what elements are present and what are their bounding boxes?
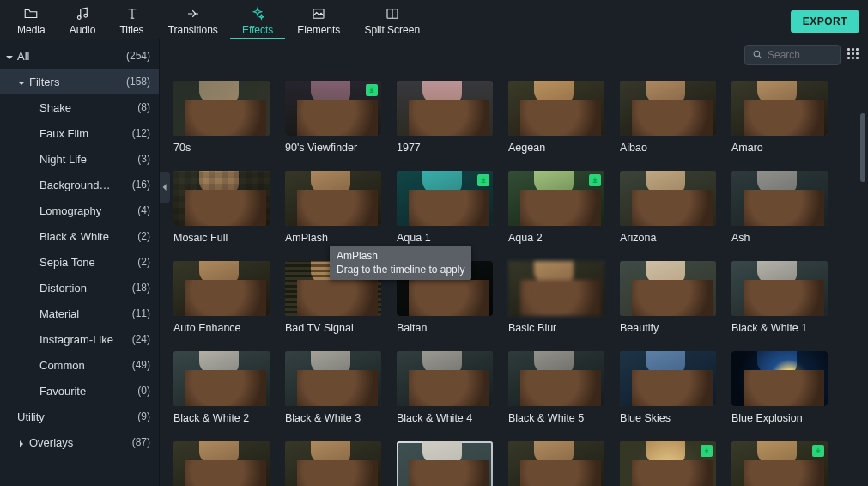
sidebar-item-black-white[interactable]: Black & White(2) — [0, 223, 159, 249]
sidebar-item-background[interactable]: Background…(16) — [0, 172, 159, 197]
effect-thumbnail — [173, 261, 270, 316]
sidebar-item-count: (16) — [132, 179, 150, 191]
effects-grid: 70s90's Viewfinder1977AegeanAibaoAmaroMo… — [173, 81, 859, 486]
sidebar-item-label: Lomography — [39, 204, 101, 217]
effect-thumbnail — [397, 441, 493, 486]
effect-title: Basic Blur — [508, 322, 604, 334]
download-icon — [701, 445, 713, 457]
scrollbar-thumb[interactable] — [860, 113, 865, 182]
effect-card[interactable]: Auto Enhance — [173, 261, 270, 334]
effect-title: Baltan — [397, 322, 493, 334]
effect-card[interactable]: AmPlash — [285, 171, 381, 244]
effect-card[interactable]: Black & White 3 — [285, 351, 381, 424]
category-sidebar[interactable]: All(254)Filters(158)Shake(8)Faux Film(12… — [0, 39, 160, 486]
effect-title: AmPlash — [285, 232, 381, 244]
effect-thumbnail — [508, 171, 604, 226]
export-button[interactable]: EXPORT — [791, 10, 859, 33]
effect-card[interactable]: Blue Explosion — [731, 351, 828, 424]
effect-card[interactable]: 1977 — [397, 81, 493, 154]
svg-point-4 — [754, 51, 760, 56]
effect-title: Black & White 3 — [285, 412, 381, 424]
effect-card[interactable] — [508, 441, 604, 486]
effect-card[interactable] — [620, 441, 716, 486]
effect-thumbnail — [397, 81, 493, 136]
sidebar-item-night-life[interactable]: Night Life(3) — [0, 146, 159, 172]
tab-transitions[interactable]: Transitions — [156, 3, 230, 39]
sidebar-item-material[interactable]: Material(11) — [0, 301, 159, 326]
effect-card[interactable]: Aegean — [508, 81, 604, 154]
effect-card[interactable]: Ash — [731, 171, 828, 244]
sidebar-item-label: Favourite — [39, 385, 86, 398]
effect-card[interactable]: Amaro — [731, 81, 828, 154]
effect-card[interactable] — [397, 441, 493, 486]
effect-thumbnail — [731, 351, 828, 406]
effect-card[interactable]: Aqua 1 — [397, 171, 493, 244]
sidebar-item-label: Background… — [39, 179, 110, 191]
effect-card[interactable] — [285, 441, 381, 486]
tab-label: Effects — [242, 24, 273, 36]
effect-card[interactable]: Mosaic Full — [173, 171, 270, 244]
sidebar-item-shake[interactable]: Shake(8) — [0, 94, 159, 120]
sidebar-item-sepia-tone[interactable]: Sepia Tone(2) — [0, 249, 159, 275]
tab-media[interactable]: Media — [5, 3, 58, 39]
effect-thumbnail — [620, 81, 716, 136]
effect-card[interactable]: Blue Skies — [620, 351, 716, 424]
sidebar-item-lomography[interactable]: Lomography(4) — [0, 197, 159, 223]
sidebar-item-label: Sepia Tone — [39, 256, 95, 269]
effects-grid-scroll[interactable]: 70s90's Viewfinder1977AegeanAibaoAmaroMo… — [160, 70, 868, 486]
transitions-icon — [185, 6, 201, 21]
effect-title: Aqua 2 — [508, 232, 604, 244]
effect-card[interactable]: Beautify — [620, 261, 716, 334]
search-input[interactable] — [768, 49, 833, 61]
sidebar-item-utility[interactable]: Utility(9) — [0, 404, 159, 429]
effect-card[interactable]: Black & White 5 — [508, 351, 604, 424]
effect-card[interactable]: Black & White 4 — [397, 351, 493, 424]
split-screen-icon — [385, 6, 400, 21]
effect-thumbnail — [508, 351, 604, 406]
sidebar-item-label: Overlays — [29, 436, 73, 449]
effect-card[interactable] — [173, 441, 270, 486]
svg-point-0 — [77, 16, 81, 20]
sidebar-item-all[interactable]: All(254) — [0, 43, 159, 69]
folder-icon — [23, 6, 39, 21]
effect-thumbnail — [731, 441, 828, 486]
tab-titles[interactable]: Titles — [107, 3, 155, 39]
tab-effects[interactable]: Effects — [230, 3, 285, 39]
effect-card[interactable]: Aqua 2 — [508, 171, 604, 244]
effect-title: Black & White 5 — [508, 412, 604, 424]
tab-elements[interactable]: Elements — [285, 3, 352, 39]
effect-thumbnail — [620, 261, 716, 316]
effect-card[interactable]: 90's Viewfinder — [285, 81, 381, 154]
sidebar-item-overlays[interactable]: Overlays(87) — [0, 429, 159, 455]
download-icon — [812, 445, 824, 457]
effect-thumbnail — [397, 171, 493, 226]
effect-title: Blue Explosion — [731, 412, 828, 424]
effects-panel: 70s90's Viewfinder1977AegeanAibaoAmaroMo… — [160, 39, 868, 486]
effect-card[interactable]: Black & White 1 — [731, 261, 828, 334]
effect-card[interactable]: Arizona — [620, 171, 716, 244]
tooltip-title: AmPlash — [337, 249, 464, 263]
effect-card[interactable] — [731, 441, 828, 486]
sidebar-item-distortion[interactable]: Distortion(18) — [0, 275, 159, 301]
sidebar-item-favourite[interactable]: Favourite(0) — [0, 378, 159, 404]
effect-card[interactable]: Basic Blur — [508, 261, 604, 334]
sidebar-item-count: (158) — [126, 76, 150, 88]
effect-thumbnail — [620, 351, 716, 406]
grid-view-toggle[interactable] — [847, 48, 861, 62]
effect-thumbnail — [285, 171, 381, 226]
effect-card[interactable]: Aibao — [620, 81, 716, 154]
sidebar-collapse-handle[interactable] — [160, 172, 170, 203]
sidebar-item-faux-film[interactable]: Faux Film(12) — [0, 120, 159, 146]
sidebar-item-common[interactable]: Common(49) — [0, 352, 159, 378]
tab-audio[interactable]: Audio — [58, 3, 108, 39]
tab-split-screen[interactable]: Split Screen — [352, 3, 432, 39]
effect-card[interactable]: 70s — [173, 81, 270, 154]
sidebar-item-instagram-like[interactable]: Instagram-Like(24) — [0, 326, 159, 352]
sidebar-item-filters[interactable]: Filters(158) — [0, 69, 159, 94]
effect-card[interactable]: Black & White 2 — [173, 351, 270, 424]
effect-title: Bad TV Signal — [285, 322, 381, 334]
sidebar-item-count: (2) — [137, 256, 150, 268]
effect-title: Black & White 1 — [731, 322, 828, 334]
effect-thumbnail — [508, 441, 604, 486]
search-box[interactable] — [744, 45, 841, 65]
